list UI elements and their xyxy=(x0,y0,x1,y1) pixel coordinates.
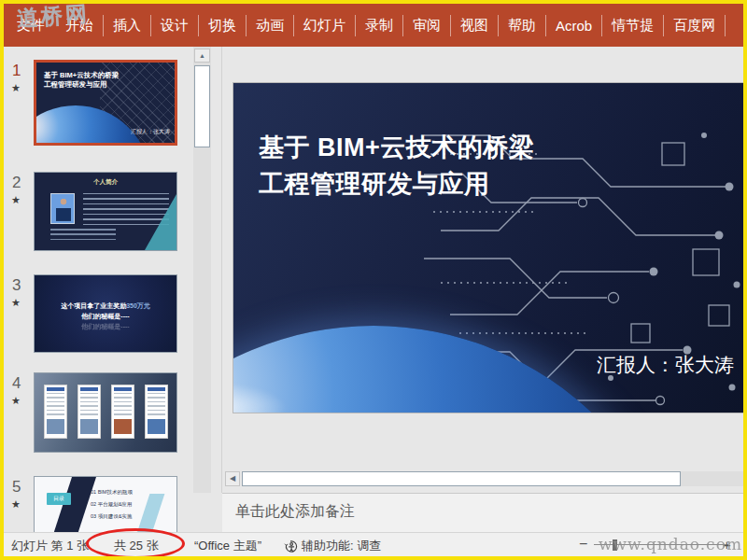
ribbon-tab-bar: 文件 开始 插入 设计 切换 动画 幻灯片 录制 审阅 视图 帮助 Acrob … xyxy=(4,4,743,47)
thumbnail-scrollbar[interactable]: ▲ xyxy=(193,47,211,493)
slide-title-textbox[interactable]: 基于 BIM+云技术的桥梁 工程管理研发与应用 xyxy=(259,130,534,203)
document-screenshot xyxy=(145,385,168,439)
tab-acrobat[interactable]: Acrob xyxy=(546,4,601,47)
thumb3-line1: 这个项目拿了业主奖励350万元 xyxy=(35,301,176,311)
accessibility-checker[interactable]: 辅助功能: 调查 xyxy=(284,538,381,554)
animation-star-icon: ★ xyxy=(11,395,30,407)
thumb3-line2: 他们的秘籍是---- xyxy=(35,312,176,321)
tab-insert[interactable]: 插入 xyxy=(104,4,150,47)
slide-position-indicator[interactable]: 幻灯片 第 1 张 xyxy=(11,538,89,554)
slide-canvas[interactable]: 基于 BIM+云技术的桥梁 工程管理研发与应用 汇报人：张大涛 xyxy=(233,82,743,413)
slide-number-4: 4 xyxy=(12,374,31,393)
toc-label: 目录 xyxy=(47,493,71,505)
powerpoint-window: 文件 开始 插入 设计 切换 动画 幻灯片 录制 审阅 视图 帮助 Acrob … xyxy=(0,0,747,560)
tab-separator xyxy=(725,15,726,36)
blue-stripe-decoration xyxy=(129,494,165,532)
thumbnail-slide-3[interactable]: 这个项目拿了业主奖励350万元 他们的秘籍是---- 他们的秘籍是---- xyxy=(34,274,177,353)
thumb1-presenter: 汇报人：张大涛 xyxy=(131,128,170,136)
tab-help[interactable]: 帮助 xyxy=(499,4,545,47)
toc-item: 01 BIM技术的瓶颈 xyxy=(91,489,133,496)
thumbnail-slide-4[interactable] xyxy=(34,372,177,453)
thumbnail-slide-1[interactable]: 基于 BIM+云技术的桥梁 工程管理研发与应用 汇报人：张大涛 xyxy=(34,60,177,146)
zoom-out-button[interactable]: − xyxy=(579,536,587,553)
lightbulb-icon xyxy=(740,18,743,34)
tab-view[interactable]: 视图 xyxy=(451,4,498,47)
thumbnail-slide-2[interactable]: 个人简介 xyxy=(34,172,177,251)
zoom-slider-handle[interactable] xyxy=(613,539,617,551)
slide-number-1: 1 xyxy=(12,62,31,80)
thumb3-reflection: 他们的秘籍是---- xyxy=(35,322,176,331)
theme-name: “Office 主题” xyxy=(194,538,261,554)
accessibility-icon xyxy=(284,539,298,553)
portrait-photo xyxy=(50,193,75,224)
tab-record[interactable]: 录制 xyxy=(356,4,402,47)
scrollbar-thumb[interactable] xyxy=(194,65,210,147)
notes-placeholder: 单击此处添加备注 xyxy=(235,502,355,522)
tab-home[interactable]: 开始 xyxy=(56,4,103,47)
thumb2-text-lines xyxy=(50,229,116,244)
animation-star-icon: ★ xyxy=(11,194,30,206)
tab-file[interactable]: 文件 xyxy=(11,4,56,47)
animation-star-icon: ★ xyxy=(11,498,30,511)
thumb2-text-lines xyxy=(83,193,169,225)
slide-horizontal-scrollbar[interactable] xyxy=(242,471,743,486)
tab-slide-show[interactable]: 幻灯片 xyxy=(294,4,355,47)
status-bar: 幻灯片 第 1 张 共 25 张 “Office 主题” 辅助功能: 调查 − … xyxy=(4,532,743,556)
thumbnail-slide-5[interactable]: 目录 01 BIM技术的瓶颈 02 平台规划&应用 03 项目建设&实施 xyxy=(34,476,177,532)
animation-star-icon: ★ xyxy=(11,297,30,309)
toc-item: 03 项目建设&实施 xyxy=(91,513,132,520)
accessibility-label: 辅助功能: 调查 xyxy=(302,538,381,554)
notes-pane[interactable]: 单击此处添加备注 xyxy=(222,493,743,532)
document-screenshot xyxy=(78,385,101,439)
slide-number-2: 2 xyxy=(12,174,31,192)
document-screenshot xyxy=(44,385,67,439)
tab-storyboarding[interactable]: 情节提 xyxy=(602,4,663,47)
tab-design[interactable]: 设计 xyxy=(151,4,198,47)
tab-transitions[interactable]: 切换 xyxy=(199,4,246,47)
presenter-textbox[interactable]: 汇报人：张大涛 xyxy=(597,352,734,378)
scroll-left-button[interactable]: ◀ xyxy=(225,471,240,486)
tab-baidu-netdisk[interactable]: 百度网 xyxy=(664,4,725,47)
thumb2-title: 个人简介 xyxy=(35,178,176,187)
panel-divider xyxy=(221,47,222,493)
tab-review[interactable]: 审阅 xyxy=(403,4,450,47)
slide-thumbnail-panel: 1 ★ 基于 BIM+云技术的桥梁 工程管理研发与应用 汇报人：张大涛 2 ★ … xyxy=(4,47,192,532)
slide-number-5: 5 xyxy=(12,478,31,497)
slide-total-indicator: 共 25 张 xyxy=(114,538,159,554)
zoom-in-button[interactable]: + xyxy=(723,537,731,553)
tab-animations[interactable]: 动画 xyxy=(247,4,293,47)
slide-number-3: 3 xyxy=(12,276,31,295)
scrollbar-thumb[interactable] xyxy=(242,471,681,486)
scroll-up-button[interactable]: ▲ xyxy=(194,49,210,63)
animation-star-icon: ★ xyxy=(11,82,30,94)
document-screenshot xyxy=(111,385,134,439)
thumb1-title: 基于 BIM+云技术的桥梁 工程管理研发与应用 xyxy=(44,71,119,90)
toc-item: 02 平台规划&应用 xyxy=(91,501,132,508)
